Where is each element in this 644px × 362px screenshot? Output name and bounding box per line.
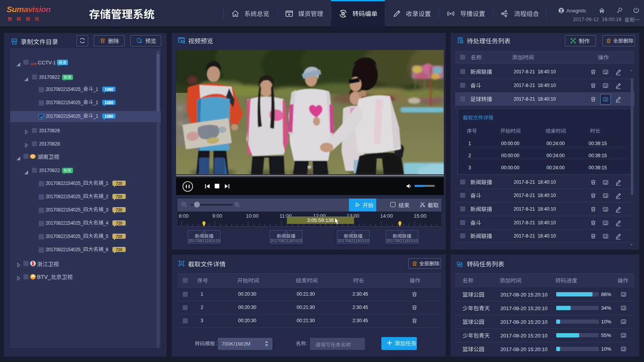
svg-text:720: 720 bbox=[116, 195, 123, 199]
svg-text:720: 720 bbox=[116, 248, 123, 252]
svg-text:720: 720 bbox=[116, 221, 123, 225]
svg-text:720: 720 bbox=[116, 234, 123, 239]
svg-text:1080: 1080 bbox=[105, 87, 114, 92]
svg-text:1080: 1080 bbox=[105, 114, 114, 119]
svg-text:1080: 1080 bbox=[105, 101, 114, 105]
svg-text:720: 720 bbox=[116, 181, 123, 186]
svg-text:CCTV: CCTV bbox=[30, 62, 37, 66]
svg-text:720: 720 bbox=[116, 208, 123, 212]
